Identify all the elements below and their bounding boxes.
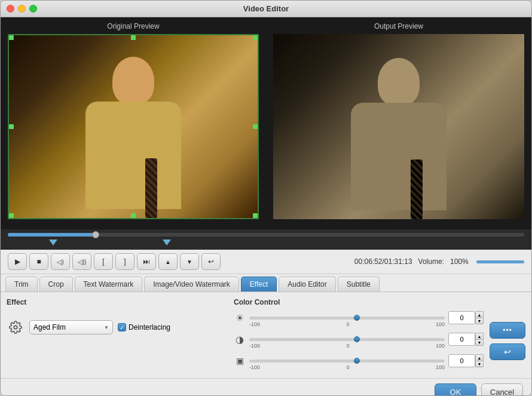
effect-dropdown[interactable]: Aged Film ▼ bbox=[29, 320, 113, 334]
tab-audio-editor-label: Audio Editor bbox=[288, 280, 326, 288]
progress-thumb[interactable] bbox=[92, 231, 99, 238]
titlebar: Video Editor bbox=[1, 1, 531, 17]
skip-end-icon: ⏭ bbox=[143, 257, 150, 266]
contrast-slider-row: ◑ -100 0 100 0 bbox=[234, 333, 484, 346]
saturation-slider-outer[interactable]: -100 0 100 bbox=[249, 360, 445, 363]
progress-track[interactable] bbox=[8, 233, 524, 237]
contrast-value-group: 0 ▲ ▼ bbox=[448, 333, 484, 346]
tab-subtitle[interactable]: Subtitle bbox=[338, 277, 380, 291]
saturation-min: -100 bbox=[249, 364, 260, 370]
stop-button[interactable]: ■ bbox=[29, 253, 48, 270]
crop-handle-lm[interactable] bbox=[9, 124, 14, 129]
saturation-icon: ▣ bbox=[234, 356, 246, 366]
brightness-up[interactable]: ▲ bbox=[475, 311, 484, 318]
play-button[interactable]: ▶ bbox=[8, 253, 27, 270]
cancel-button[interactable]: Cancel bbox=[481, 383, 523, 396]
brightness-icon: ☀ bbox=[234, 312, 246, 324]
traffic-lights bbox=[7, 5, 37, 13]
cut-down-button[interactable]: ▼ bbox=[180, 253, 199, 270]
crop-handle-bl[interactable] bbox=[9, 213, 14, 218]
back-button[interactable]: ↩ bbox=[201, 253, 221, 270]
tab-audio-editor[interactable]: Audio Editor bbox=[279, 277, 335, 291]
bracket-right-button[interactable]: ] bbox=[115, 253, 134, 270]
tab-crop[interactable]: Crop bbox=[39, 277, 73, 291]
bracket-left-icon: [ bbox=[102, 257, 104, 266]
brightness-value[interactable]: 0 bbox=[448, 311, 475, 324]
crop-handle-tr[interactable] bbox=[253, 35, 258, 40]
volume-down-button[interactable]: ◁) bbox=[51, 253, 70, 270]
contrast-value[interactable]: 0 bbox=[448, 333, 475, 346]
brightness-value-text: 0 bbox=[460, 314, 463, 321]
tab-image-watermark-label: Image/Video Watermark bbox=[153, 280, 230, 288]
video-content bbox=[68, 51, 199, 218]
undo-icon: ↩ bbox=[504, 347, 511, 357]
effect-gear-icon bbox=[7, 318, 25, 336]
contrast-spinner: ▲ ▼ bbox=[475, 333, 484, 346]
volume-up-button[interactable]: ◁)) bbox=[72, 253, 91, 270]
saturation-value-text: 0 bbox=[460, 357, 463, 364]
tab-text-watermark-label: Text Watermark bbox=[84, 280, 134, 288]
brightness-down[interactable]: ▼ bbox=[475, 318, 484, 324]
crop-handle-tl[interactable] bbox=[9, 35, 14, 40]
contrast-min: -100 bbox=[249, 343, 260, 349]
brightness-track[interactable] bbox=[249, 317, 445, 320]
stop-icon: ■ bbox=[36, 257, 41, 266]
crop-handle-br[interactable] bbox=[253, 213, 258, 218]
undo-button[interactable]: ↩ bbox=[490, 343, 525, 360]
color-control-section: Color Control ☀ -100 0 100 bbox=[234, 298, 484, 372]
progress-area[interactable] bbox=[1, 229, 531, 250]
close-button[interactable] bbox=[7, 5, 14, 13]
crop-handle-rm[interactable] bbox=[253, 124, 258, 129]
brightness-thumb[interactable] bbox=[354, 315, 360, 321]
brightness-labels: -100 0 100 bbox=[249, 321, 445, 327]
tab-text-watermark[interactable]: Text Watermark bbox=[75, 277, 143, 291]
saturation-track[interactable] bbox=[249, 360, 445, 363]
contrast-track[interactable] bbox=[249, 338, 445, 341]
trim-left-marker[interactable] bbox=[49, 240, 57, 245]
brightness-slider-outer[interactable]: -100 0 100 bbox=[249, 317, 445, 320]
output-preview-frame bbox=[273, 34, 524, 219]
tab-effect[interactable]: Effect bbox=[241, 277, 277, 291]
saturation-value-group: 0 ▲ ▼ bbox=[448, 354, 484, 367]
volume-value: 100% bbox=[450, 257, 469, 266]
timecode: 00:06:52/01:31:13 bbox=[354, 257, 412, 266]
minimize-button[interactable] bbox=[18, 5, 26, 13]
saturation-thumb[interactable] bbox=[354, 358, 360, 364]
saturation-up[interactable]: ▲ bbox=[475, 354, 484, 361]
cut-up-button[interactable]: ▲ bbox=[158, 253, 178, 270]
tab-image-watermark[interactable]: Image/Video Watermark bbox=[144, 277, 239, 291]
brightness-mid: 0 bbox=[346, 321, 349, 327]
deinterlacing-label: Deinterlacing bbox=[129, 323, 170, 331]
deinterlacing-checkbox[interactable]: ✓ bbox=[118, 323, 126, 331]
skip-end-button[interactable]: ⏭ bbox=[137, 253, 156, 270]
expand-button[interactable]: ••• bbox=[490, 322, 525, 339]
ok-button[interactable]: OK bbox=[435, 383, 476, 396]
contrast-up[interactable]: ▲ bbox=[475, 333, 484, 339]
contrast-thumb[interactable] bbox=[354, 336, 360, 342]
crop-handle-tm[interactable] bbox=[131, 35, 136, 40]
play-icon: ▶ bbox=[15, 257, 20, 266]
original-preview-frame bbox=[8, 34, 259, 219]
tabs-row: Trim Crop Text Watermark Image/Video Wat… bbox=[1, 274, 531, 292]
cancel-label: Cancel bbox=[490, 388, 514, 397]
tab-effect-label: Effect bbox=[250, 280, 268, 288]
bracket-left-button[interactable]: [ bbox=[94, 253, 113, 270]
original-video-frame bbox=[9, 35, 258, 218]
volume-slider-bar[interactable] bbox=[476, 260, 524, 263]
contrast-slider-outer[interactable]: -100 0 100 bbox=[249, 338, 445, 341]
tab-trim[interactable]: Trim bbox=[5, 277, 38, 291]
contrast-down[interactable]: ▼ bbox=[475, 339, 484, 346]
maximize-button[interactable] bbox=[29, 5, 37, 13]
brightness-max: 100 bbox=[436, 321, 445, 327]
dropdown-arrow-icon: ▼ bbox=[104, 325, 109, 330]
saturation-value[interactable]: 0 bbox=[448, 354, 475, 367]
bracket-right-icon: ] bbox=[124, 257, 126, 266]
effect-row: Aged Film ▼ ✓ Deinterlacing bbox=[7, 318, 228, 336]
output-video-frame bbox=[273, 34, 524, 219]
time-display: 00:06:52/01:31:13 Volume: 100% bbox=[354, 257, 524, 266]
saturation-down[interactable]: ▼ bbox=[475, 361, 484, 367]
saturation-slider-row: ▣ -100 0 100 0 bbox=[234, 354, 484, 367]
trim-right-marker[interactable] bbox=[163, 240, 171, 245]
output-preview-panel: Output Preview bbox=[266, 17, 531, 229]
tab-crop-label: Crop bbox=[48, 280, 64, 288]
